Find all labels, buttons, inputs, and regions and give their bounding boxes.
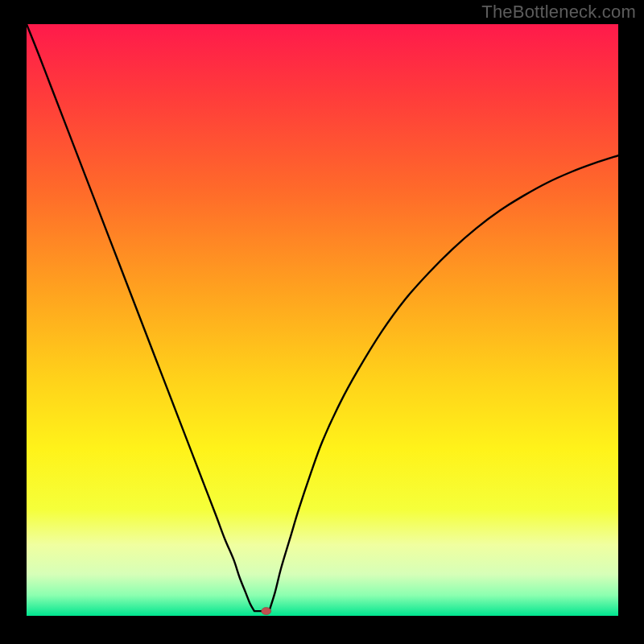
plot-background (27, 24, 618, 616)
bottleneck-chart (0, 0, 644, 644)
optimum-marker (262, 608, 271, 615)
watermark-text: TheBottleneck.com (481, 2, 636, 23)
chart-stage: TheBottleneck.com (0, 0, 644, 644)
